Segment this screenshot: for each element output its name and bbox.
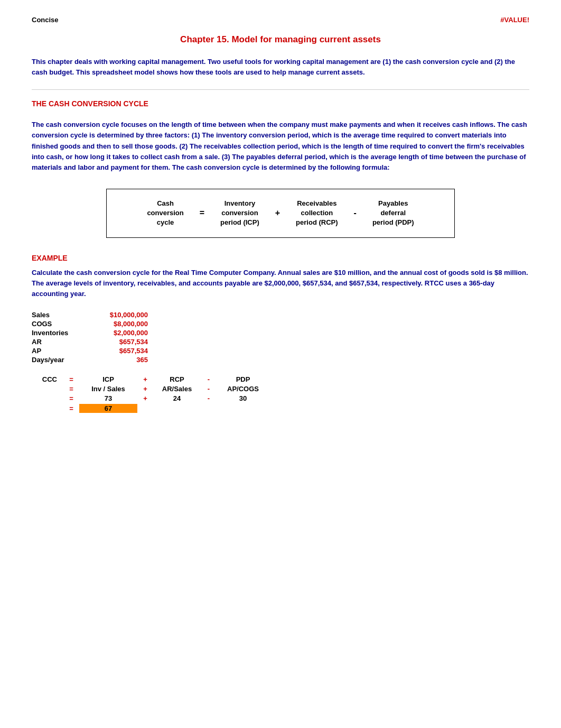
ccc-ap-cogs: AP/COGS <box>217 385 269 393</box>
chapter-title: Chapter 15. Model for managing current a… <box>32 34 529 45</box>
ccc-plus3: + <box>137 394 153 402</box>
ap-label: AP <box>32 347 85 355</box>
ccc-eq4: = <box>63 404 79 412</box>
body-text: The cash conversion cycle focuses on the… <box>32 119 529 173</box>
inventories-label: Inventories <box>32 329 85 337</box>
ccc-30: 30 <box>217 394 269 402</box>
ap-value: $657,534 <box>85 347 148 355</box>
ccc-row3: = 73 + 24 - 30 <box>32 394 529 402</box>
ccc-ar-sales: AR/Sales <box>153 385 201 393</box>
ccc-eq1: = <box>63 375 79 383</box>
ccc-label: CCC <box>32 375 63 383</box>
cogs-label: COGS <box>32 320 85 328</box>
ap-row: AP $657,534 <box>32 347 529 355</box>
sales-value: $10,000,000 <box>85 311 148 319</box>
ccc-24: 24 <box>153 394 201 402</box>
section1-title: THE CASH CONVERSION CYCLE <box>32 99 529 108</box>
formula-op1: = <box>200 208 204 218</box>
data-table: Sales $10,000,000 COGS $8,000,000 Invent… <box>32 311 529 364</box>
ar-value: $657,534 <box>85 338 148 346</box>
ccc-rcp-header: RCP <box>153 375 201 383</box>
days-value: 365 <box>85 356 148 364</box>
divider1 <box>32 89 529 90</box>
header: Concise #VALUE! <box>32 16 529 24</box>
formula-term4: Payables deferral period (PDP) <box>372 199 414 228</box>
ccc-eq3: = <box>63 394 79 402</box>
ccc-minus3: - <box>201 394 217 402</box>
inventories-value: $2,000,000 <box>85 329 148 337</box>
ccc-pdp-header: PDP <box>217 375 269 383</box>
ccc-row1: CCC = ICP + RCP - PDP <box>32 375 529 383</box>
ccc-result: 67 <box>79 404 137 413</box>
formula-term1: Cash conversion cycle <box>147 199 183 228</box>
ccc-eq2: = <box>63 385 79 393</box>
example-text: Calculate the cash conversion cycle for … <box>32 268 529 299</box>
days-label: Days/year <box>32 356 85 364</box>
ccc-plus1: + <box>137 375 153 383</box>
header-right: #VALUE! <box>500 16 529 24</box>
sales-label: Sales <box>32 311 85 319</box>
ccc-plus2: + <box>137 385 153 393</box>
formula-op3: - <box>354 208 357 218</box>
ccc-row4: = 67 <box>32 404 529 413</box>
ccc-73: 73 <box>79 394 137 402</box>
days-row: Days/year 365 <box>32 356 529 364</box>
cogs-row: COGS $8,000,000 <box>32 320 529 328</box>
formula-term3: Receivables collection period (RCP) <box>296 199 338 228</box>
ccc-table: CCC = ICP + RCP - PDP = Inv / Sales + AR… <box>32 375 529 413</box>
sales-row: Sales $10,000,000 <box>32 311 529 319</box>
formula-box: Cash conversion cycle = Inventory conver… <box>106 189 454 238</box>
ccc-minus2: - <box>201 385 217 393</box>
ar-label: AR <box>32 338 85 346</box>
cogs-value: $8,000,000 <box>85 320 148 328</box>
formula-term2: Inventory conversion period (ICP) <box>220 199 259 228</box>
formula-op2: + <box>275 208 280 218</box>
example-title: EXAMPLE <box>32 254 529 262</box>
ccc-inv-sales: Inv / Sales <box>79 385 137 393</box>
ccc-minus1: - <box>201 375 217 383</box>
ar-row: AR $657,534 <box>32 338 529 346</box>
intro-text: This chapter deals with working capital … <box>32 57 529 78</box>
ccc-icp-header: ICP <box>79 375 137 383</box>
inventories-row: Inventories $2,000,000 <box>32 329 529 337</box>
ccc-row2: = Inv / Sales + AR/Sales - AP/COGS <box>32 385 529 393</box>
header-left: Concise <box>32 16 59 24</box>
